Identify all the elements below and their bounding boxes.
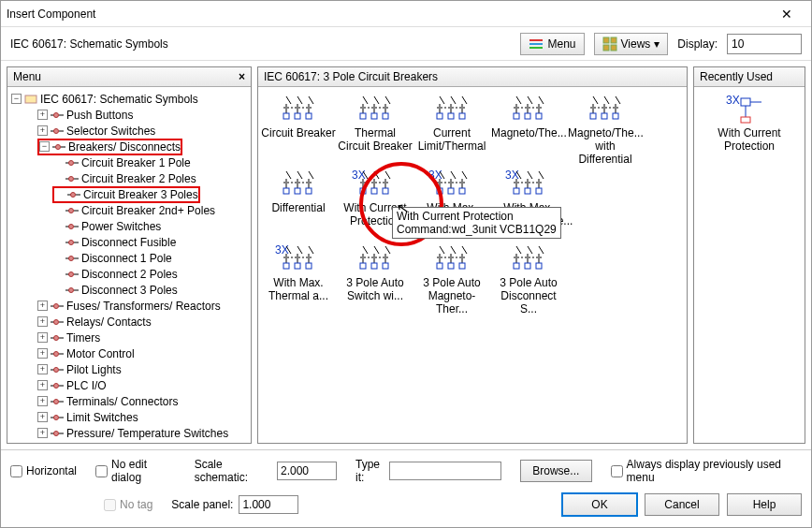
symbol-thumb — [503, 95, 554, 125]
expand-icon[interactable]: + — [37, 316, 48, 327]
expand-icon[interactable]: + — [37, 412, 48, 422]
node-icon — [65, 254, 79, 263]
svg-line-120 — [593, 96, 598, 104]
expand-icon[interactable]: + — [37, 332, 48, 343]
symbol-label: 3 Pole Auto Disconnect S... — [491, 276, 566, 315]
svg-point-15 — [56, 144, 61, 149]
tree-item[interactable]: +PLC I/O — [9, 377, 249, 393]
tree-item[interactable]: Circuit Breaker 2nd+ Poles — [9, 202, 249, 218]
svg-line-93 — [374, 96, 379, 104]
recent-list[interactable]: 3X With Current Protection — [694, 87, 805, 443]
symbol-item[interactable]: 3XWith Max. Thermal a... — [260, 242, 337, 317]
scale-panel-input[interactable] — [239, 495, 298, 514]
recent-item-label: With Current Protection — [701, 126, 798, 153]
tree-item[interactable]: +Motor Control — [9, 345, 249, 361]
tree-item[interactable]: Disconnect 3 Poles — [9, 282, 249, 298]
help-button[interactable]: Help — [727, 493, 802, 516]
recent-item-thumb: 3X — [724, 95, 775, 125]
node-icon — [51, 365, 64, 374]
typeit-input[interactable] — [389, 462, 501, 480]
browse-button[interactable]: Browse... — [520, 460, 592, 482]
symbol-item[interactable]: Thermal Circuit Breaker — [337, 93, 413, 168]
svg-rect-1 — [529, 43, 543, 45]
tree-item[interactable]: +Pressure/ Temperature Switches — [9, 425, 249, 441]
tree[interactable]: −IEC 60617: Schematic Symbols+Push Butto… — [7, 87, 251, 443]
close-icon[interactable]: ✕ — [768, 7, 805, 22]
expand-icon[interactable]: + — [37, 348, 48, 359]
tree-root[interactable]: −IEC 60617: Schematic Symbols — [9, 91, 249, 107]
expand-icon[interactable]: + — [37, 396, 48, 406]
svg-line-180 — [309, 246, 313, 254]
tree-item[interactable]: Disconnect Fusible — [9, 234, 249, 250]
display-input[interactable] — [727, 34, 802, 54]
expand-icon[interactable]: + — [37, 301, 48, 311]
expand-icon[interactable]: + — [37, 364, 48, 374]
cancel-button[interactable]: Cancel — [645, 493, 719, 516]
symbol-label: Thermal Circuit Breaker — [338, 126, 413, 153]
tree-item[interactable]: +Limit Switches — [9, 409, 249, 425]
symbol-item[interactable]: 3 Pole Auto Switch wi... — [337, 242, 413, 317]
collapse-icon[interactable]: − — [11, 94, 22, 104]
tree-item[interactable]: Disconnect 1 Pole — [9, 250, 249, 266]
svg-line-80 — [286, 96, 291, 104]
svg-rect-160 — [459, 188, 465, 194]
collapse-icon[interactable]: − — [39, 141, 50, 152]
svg-point-39 — [69, 271, 74, 276]
svg-line-130 — [286, 171, 291, 179]
svg-point-12 — [54, 128, 59, 133]
svg-rect-135 — [295, 188, 300, 194]
symbol-thumb — [273, 169, 324, 199]
tree-item[interactable]: +Terminals/ Connectors — [9, 393, 249, 409]
expand-icon[interactable]: + — [37, 428, 48, 438]
symbol-item[interactable]: 3 Pole Auto Magneto-Ther... — [413, 242, 490, 317]
scale-panel-group: Scale panel: — [171, 495, 298, 514]
svg-point-30 — [69, 224, 74, 228]
svg-rect-4 — [611, 37, 616, 43]
ok-button[interactable]: OK — [562, 493, 637, 516]
tree-item[interactable]: +Relays/ Contacts — [9, 314, 249, 330]
tree-item[interactable]: Power Switches — [9, 218, 249, 234]
menu-panel: Menu × −IEC 60617: Schematic Symbols+Pus… — [7, 66, 252, 444]
svg-point-33 — [69, 240, 74, 244]
no-edit-dialog-checkbox[interactable]: No edit dialog — [95, 458, 176, 484]
icon-row: 3XWith Max. Thermal a...3 Pole Auto Swit… — [260, 242, 685, 317]
symbol-item[interactable]: 3 Pole Auto Disconnect S... — [490, 242, 567, 317]
tree-item[interactable]: Circuit Breaker 2 Poles — [9, 170, 249, 186]
symbol-thumb: 3X — [273, 244, 324, 274]
svg-rect-0 — [529, 39, 543, 41]
expand-icon[interactable]: + — [37, 380, 48, 390]
tree-item[interactable]: +Pilot Lights — [9, 361, 249, 377]
svg-rect-179 — [295, 263, 300, 269]
tree-item[interactable]: Disconnect 2 Poles — [9, 266, 249, 282]
svg-rect-186 — [360, 263, 366, 269]
tree-item[interactable]: +Fuses/ Transformers/ Reactors — [9, 298, 249, 314]
scale-schematic-input[interactable] — [277, 462, 337, 480]
horizontal-checkbox[interactable]: Horizontal — [10, 464, 77, 477]
tree-item[interactable]: Circuit Breaker 3 Poles — [9, 186, 249, 202]
display-label: Display: — [677, 37, 718, 51]
symbol-item[interactable]: Magneto/The... with Differential — [567, 93, 644, 168]
views-button[interactable]: Views ▾ — [594, 33, 669, 55]
tree-item[interactable]: +Selector Switches — [9, 123, 249, 139]
menu-panel-close-icon[interactable]: × — [239, 70, 245, 83]
tree-item[interactable]: +Push Buttons — [9, 107, 249, 123]
tree-item-label: Limit Switches — [66, 411, 138, 424]
tree-item[interactable]: +Proximity Switches — [9, 441, 249, 443]
recent-item[interactable]: 3X With Current Protection — [700, 93, 799, 154]
symbol-item[interactable]: Current Limit/Thermal — [413, 93, 490, 168]
svg-rect-85 — [295, 113, 300, 119]
dialog-buttons: OK Cancel Help — [562, 493, 802, 516]
menu-button[interactable]: Menu — [520, 33, 584, 55]
symbol-item[interactable]: Circuit Breaker — [260, 93, 337, 168]
always-display-checkbox[interactable]: Always display previously used menu — [611, 458, 802, 484]
svg-rect-157 — [448, 188, 454, 194]
tree-item[interactable]: −Breakers/ Disconnects — [9, 139, 249, 154]
svg-point-24 — [71, 192, 76, 197]
tree-item[interactable]: +Timers — [9, 330, 249, 345]
icons-grid[interactable]: Circuit BreakerThermal Circuit BreakerCu… — [258, 87, 687, 443]
expand-icon[interactable]: + — [37, 110, 48, 120]
symbol-item[interactable]: Magneto/The... — [490, 93, 567, 168]
symbol-item[interactable]: Differential — [260, 168, 337, 242]
tree-item[interactable]: Circuit Breaker 1 Pole — [9, 154, 249, 170]
expand-icon[interactable]: + — [37, 125, 48, 136]
